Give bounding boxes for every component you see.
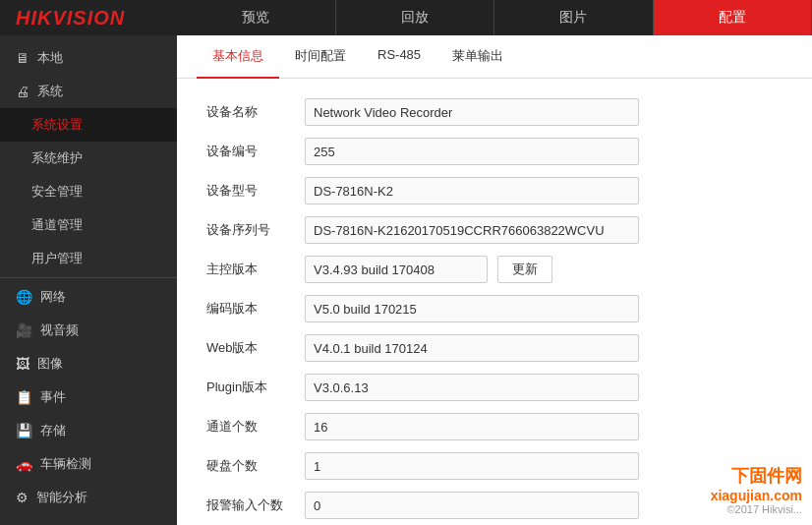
- input-plugin-version: [305, 374, 639, 401]
- label-hdd-count: 硬盘个数: [206, 457, 305, 475]
- sidebar-item-local[interactable]: 🖥 本地: [0, 41, 177, 75]
- ai-icon: ⚙: [16, 490, 29, 505]
- sidebar-item-ai[interactable]: ⚙ 智能分析: [0, 481, 177, 514]
- sidebar-item-event[interactable]: 📋 事件: [0, 380, 177, 414]
- input-alarm-input: [305, 492, 639, 519]
- main-wrapper: 基本信息 时间配置 RS-485 莱单输出 设备名称 设备编号: [177, 35, 812, 525]
- sidebar-item-label-security: 安全管理: [31, 183, 83, 201]
- sidebar-item-label-user: 用户管理: [31, 250, 83, 267]
- form-row-serial: 设备序列号: [206, 216, 783, 244]
- sidebar-item-label-local: 本地: [37, 49, 63, 67]
- input-hdd-count: [305, 452, 639, 480]
- input-encode-version: [305, 295, 639, 322]
- image-icon: 🖼: [16, 356, 29, 372]
- input-channel-count: [305, 413, 639, 440]
- input-serial: [305, 216, 639, 244]
- main-version-with-btn: 更新: [305, 256, 552, 283]
- form-row-device-model: 设备型号: [206, 177, 783, 204]
- sidebar-item-label-image: 图像: [37, 355, 63, 373]
- form-row-plugin-version: Plugin版本: [206, 374, 783, 401]
- form-row-alarm-input: 报警输入个数: [206, 492, 783, 519]
- nav-item-preview[interactable]: 预览: [177, 0, 336, 35]
- sidebar-item-label-syssettings: 系统设置: [31, 116, 83, 134]
- sidebar-item-label-ai: 智能分析: [36, 489, 87, 506]
- form-row-encode-version: 编码版本: [206, 295, 783, 322]
- nav-item-playback[interactable]: 回放: [336, 0, 495, 35]
- sidebar-item-network[interactable]: 🌐 网络: [0, 280, 177, 314]
- sidebar-item-label-audiovideo: 视音频: [40, 321, 79, 339]
- tab-time-config[interactable]: 时间配置: [279, 35, 362, 79]
- sidebar-group-1: 🖥 本地 🖨 系统 系统设置 系统维护 安全管理 通道管理 用户管理: [0, 35, 177, 520]
- top-nav-items: 预览 回放 图片 配置: [177, 0, 812, 35]
- tab-rs485[interactable]: RS-485: [362, 35, 436, 79]
- input-device-number[interactable]: [305, 138, 639, 165]
- label-web-version: Web版本: [206, 339, 305, 357]
- form-row-main-version: 主控版本 更新: [206, 256, 783, 283]
- sidebar-item-user[interactable]: 用户管理: [0, 242, 177, 275]
- sidebar-item-channel[interactable]: 通道管理: [0, 208, 177, 242]
- sidebar-item-security[interactable]: 安全管理: [0, 175, 177, 208]
- network-icon: 🌐: [16, 289, 32, 305]
- sidebar-item-label-system: 系统: [37, 83, 63, 100]
- sidebar-item-system[interactable]: 🖨 系统: [0, 75, 177, 108]
- watermark-footer: ©2017 Hikvisi...: [711, 503, 802, 515]
- input-device-model: [305, 177, 639, 204]
- label-serial: 设备序列号: [206, 221, 305, 239]
- vehicle-icon: 🚗: [16, 456, 32, 472]
- watermark-line1: 下固件网: [711, 464, 802, 488]
- label-plugin-version: Plugin版本: [206, 379, 305, 396]
- label-device-model: 设备型号: [206, 182, 305, 200]
- form-row-hdd-count: 硬盘个数: [206, 452, 783, 480]
- tabs: 基本信息 时间配置 RS-485 莱单输出: [177, 35, 812, 79]
- sidebar: 🖥 本地 🖨 系统 系统设置 系统维护 安全管理 通道管理 用户管理: [0, 35, 177, 525]
- form-content: 设备名称 设备编号 设备型号 设备序列号: [177, 79, 812, 525]
- sidebar-item-storage[interactable]: 💾 存储: [0, 414, 177, 447]
- sidebar-item-vehicle[interactable]: 🚗 车辆检测: [0, 447, 177, 481]
- sidebar-item-label-storage: 存储: [40, 422, 66, 439]
- logo-text: HIKVISION: [16, 7, 125, 29]
- watermark-line2: xiagujian.com: [711, 488, 802, 503]
- camera-icon: 🎥: [16, 322, 32, 338]
- tab-menu-output[interactable]: 莱单输出: [436, 35, 519, 79]
- input-web-version: [305, 334, 639, 362]
- watermark: 下固件网 xiagujian.com ©2017 Hikvisi...: [711, 464, 802, 515]
- sidebar-item-image[interactable]: 🖼 图像: [0, 347, 177, 380]
- logo: HIKVISION: [0, 7, 177, 29]
- event-icon: 📋: [16, 389, 32, 405]
- sidebar-item-label-network: 网络: [40, 288, 66, 306]
- monitor-icon: 🖥: [16, 50, 29, 66]
- sidebar-item-label-sysmaint: 系统维护: [31, 149, 83, 167]
- label-main-version: 主控版本: [206, 261, 305, 278]
- system-icon: 🖨: [16, 84, 29, 99]
- input-main-version: [305, 256, 488, 283]
- sidebar-item-label-event: 事件: [40, 388, 66, 406]
- tab-basic-info[interactable]: 基本信息: [197, 35, 279, 79]
- label-alarm-input: 报警输入个数: [206, 496, 305, 514]
- nav-item-image[interactable]: 图片: [494, 0, 654, 35]
- main-content: 基本信息 时间配置 RS-485 莱单输出 设备名称 设备编号: [177, 35, 812, 525]
- form-row-web-version: Web版本: [206, 334, 783, 362]
- form-row-device-number: 设备编号: [206, 138, 783, 165]
- sidebar-item-label-channel: 通道管理: [31, 216, 83, 234]
- sidebar-item-system-maintenance[interactable]: 系统维护: [0, 142, 177, 175]
- storage-icon: 💾: [16, 423, 32, 438]
- form-row-channel-count: 通道个数: [206, 413, 783, 440]
- sidebar-item-audio-video[interactable]: 🎥 视音频: [0, 314, 177, 347]
- label-encode-version: 编码版本: [206, 300, 305, 318]
- sidebar-item-label-vehicle: 车辆检测: [40, 455, 91, 473]
- label-device-name: 设备名称: [206, 103, 305, 121]
- label-device-number: 设备编号: [206, 143, 305, 160]
- input-device-name[interactable]: [305, 98, 639, 126]
- sidebar-item-system-settings[interactable]: 系统设置: [0, 108, 177, 142]
- update-button[interactable]: 更新: [497, 256, 552, 283]
- label-channel-count: 通道个数: [206, 418, 305, 436]
- form-row-device-name: 设备名称: [206, 98, 783, 126]
- nav-item-config[interactable]: 配置: [654, 0, 813, 35]
